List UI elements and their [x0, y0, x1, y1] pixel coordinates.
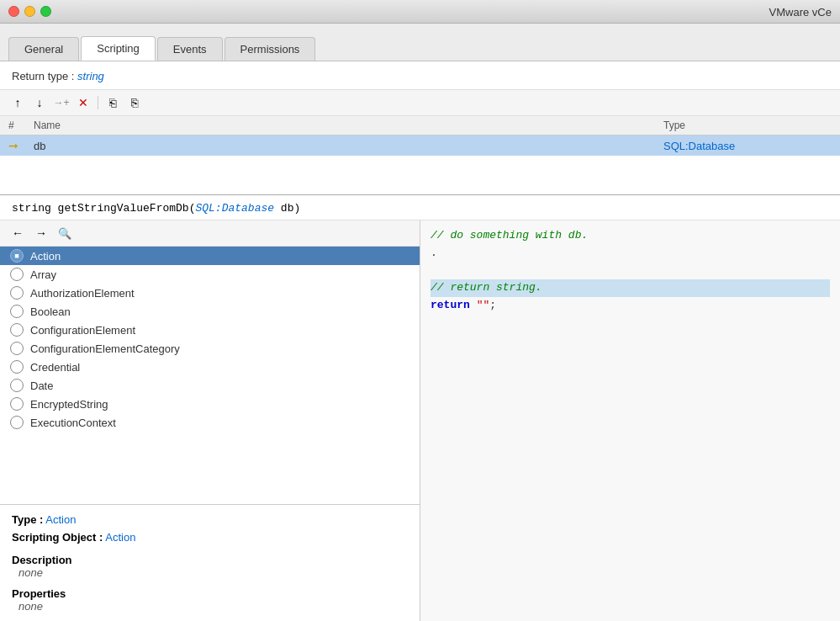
type-label-action: Action: [30, 250, 61, 263]
paste-button[interactable]: ⎘: [125, 93, 144, 112]
window-title: VMware vCe: [769, 6, 832, 19]
code-line-2: .: [431, 245, 830, 263]
main-content: Return type : string ↑ ↓ →+ ✕ ⎗ ⎘ # Name…: [0, 61, 840, 621]
function-signature: string getStringValueFromDb(SQL:Database…: [0, 195, 840, 220]
row-type: SQL:Database: [663, 140, 832, 152]
type-icon-date: [10, 379, 24, 392]
sig-text: string getStringValueFromDb(SQL:Database…: [12, 202, 300, 215]
properties-label: Properties: [12, 587, 408, 600]
type-item-credential[interactable]: Credential: [0, 358, 420, 376]
return-type-value: string: [77, 70, 104, 82]
type-icon-encryptedstring: [10, 397, 24, 411]
scripting-object-label: Scripting Object :: [12, 531, 103, 544]
col-header-type: Type: [663, 119, 832, 131]
parameter-toolbar: ↑ ↓ →+ ✕ ⎗ ⎘: [0, 90, 840, 116]
type-label-authorizationelement: AuthorizationElement: [30, 287, 135, 300]
info-description-section: Description none: [12, 554, 408, 579]
type-item-array[interactable]: Array: [0, 265, 420, 284]
tab-general[interactable]: General: [8, 37, 79, 61]
code-string-empty: "": [477, 299, 490, 311]
info-properties-section: Properties none: [12, 587, 408, 613]
minimize-button[interactable]: [24, 6, 35, 17]
code-line-1: // do something with db.: [431, 227, 830, 245]
type-item-configurationelement[interactable]: ConfigurationElement: [0, 321, 420, 339]
type-label-configurationelement: ConfigurationElement: [30, 324, 135, 337]
lower-section: ← → 🔍 ■ Action Array AuthorizationElemen…: [0, 220, 840, 621]
info-scripting-row: Scripting Object : Action: [12, 531, 408, 544]
type-icon-configurationelementcategory: [10, 342, 24, 355]
move-down-button[interactable]: ↓: [30, 93, 49, 112]
type-item-date[interactable]: Date: [0, 376, 420, 395]
sig-return-type: string getStringValueFromDb(: [12, 202, 195, 215]
type-label-credential: Credential: [30, 361, 80, 374]
code-editor[interactable]: // do something with db. . // return str…: [420, 220, 840, 621]
return-type-row: Return type : string: [0, 61, 840, 90]
left-toolbar: ← → 🔍: [0, 220, 420, 247]
type-icon-credential: [10, 360, 24, 374]
maximize-button[interactable]: [40, 6, 51, 17]
table-header: # Name Type: [0, 116, 840, 135]
row-name: db: [34, 140, 663, 152]
type-label-date: Date: [30, 380, 53, 392]
type-label: Type :: [12, 513, 43, 526]
remove-button[interactable]: ✕: [74, 93, 92, 112]
type-item-encryptedstring[interactable]: EncryptedString: [0, 395, 420, 413]
tab-scripting[interactable]: Scripting: [81, 36, 156, 61]
properties-value: none: [12, 600, 408, 613]
type-label-array: Array: [30, 268, 56, 281]
type-item-action[interactable]: ■ Action: [0, 247, 420, 265]
close-button[interactable]: [8, 6, 19, 17]
tab-events[interactable]: Events: [157, 37, 223, 61]
type-value: Action: [45, 513, 76, 526]
type-icon-boolean: [10, 305, 24, 318]
table-empty-space: [0, 169, 840, 194]
type-icon-action: ■: [10, 249, 24, 263]
title-bar: VMware vCe: [0, 0, 840, 24]
table-row[interactable]: ➞ db SQL:Database: [0, 135, 840, 156]
description-value: none: [12, 566, 408, 579]
code-line-4: // return string.: [431, 279, 830, 297]
type-item-configurationelementcategory[interactable]: ConfigurationElementCategory: [0, 339, 420, 358]
code-line-5: return "";: [431, 297, 830, 315]
tab-permissions[interactable]: Permissions: [225, 37, 316, 61]
type-icon-authorizationelement: [10, 286, 24, 300]
tab-bar: General Scripting Events Permissions: [0, 24, 840, 61]
col-header-name: Name: [34, 119, 663, 131]
left-panel: ← → 🔍 ■ Action Array AuthorizationElemen…: [0, 220, 420, 621]
return-type-label: Return type :: [12, 70, 74, 82]
forward-button[interactable]: →: [32, 224, 50, 242]
info-panel: Type : Action Scripting Object : Action …: [0, 504, 420, 621]
type-item-executioncontext[interactable]: ExecutionContext: [0, 413, 420, 432]
type-icon-executioncontext: [10, 416, 24, 429]
info-type-row: Type : Action: [12, 513, 408, 526]
col-header-num: #: [8, 119, 34, 131]
toolbar-separator: [98, 96, 98, 109]
type-icon-array: [10, 268, 24, 281]
type-label-configurationelementcategory: ConfigurationElementCategory: [30, 342, 180, 355]
add-input-button[interactable]: →+: [52, 93, 71, 112]
type-list[interactable]: ■ Action Array AuthorizationElement Bool…: [0, 247, 420, 504]
type-icon-configurationelement: [10, 323, 24, 337]
type-label-boolean: Boolean: [30, 305, 71, 318]
scripting-object-value: Action: [105, 531, 135, 544]
move-up-button[interactable]: ↑: [8, 93, 27, 112]
window-buttons: [8, 6, 51, 17]
code-line-3: [431, 263, 830, 280]
description-label: Description: [12, 554, 408, 566]
type-label-executioncontext: ExecutionContext: [30, 417, 116, 429]
copy-button[interactable]: ⎗: [103, 93, 122, 112]
type-item-boolean[interactable]: Boolean: [0, 302, 420, 321]
code-keyword-return: return: [431, 299, 470, 311]
type-label-encryptedstring: EncryptedString: [30, 398, 108, 411]
type-item-authorizationelement[interactable]: AuthorizationElement: [0, 284, 420, 302]
sig-param-type: SQL:Database: [195, 202, 274, 215]
search-button[interactable]: 🔍: [55, 224, 74, 242]
sig-param-name: db): [274, 202, 300, 215]
back-button[interactable]: ←: [8, 224, 27, 242]
row-arrow-icon: ➞: [8, 139, 18, 152]
